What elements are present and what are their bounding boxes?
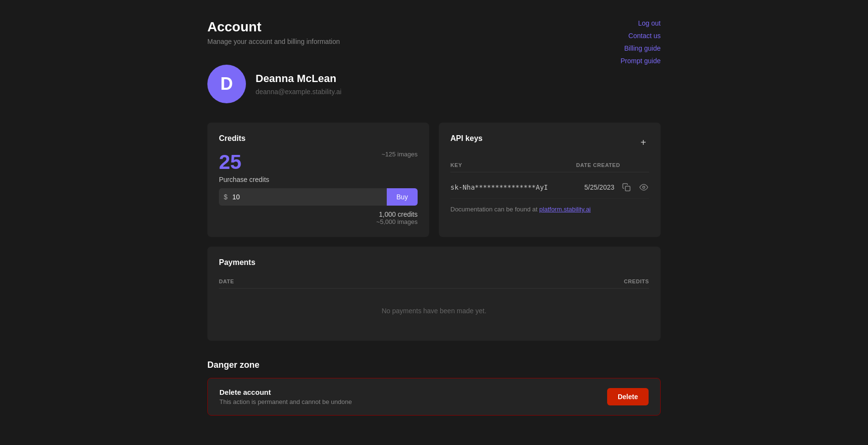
api-column-key: KEY [450,162,576,168]
credits-card-title: Credits [219,134,418,143]
credits-card: Credits 25 ~125 images Purchase credits … [207,123,429,237]
credits-images: ~125 images [381,151,418,158]
copy-key-button[interactable] [621,182,632,193]
danger-zone-title: Danger zone [207,360,661,370]
payments-table-header: DATE CREDITS [219,275,649,289]
billing-link[interactable]: Billing guide [624,44,661,52]
contact-link[interactable]: Contact us [628,32,661,40]
api-table-header: KEY DATE CREATED [450,158,649,172]
purchase-credits-count: 1,000 credits [219,210,418,218]
api-key-right: 5/25/2023 [584,182,649,193]
api-doc-text: Documentation can be found at platform.s… [450,206,649,213]
danger-zone-card: Delete account This action is permanent … [207,378,661,416]
show-key-button[interactable] [638,182,649,193]
avatar: D [207,65,246,103]
api-keys-card: API keys + KEY DATE CREATED sk-Nha******… [439,123,661,237]
credits-amount: 25 [219,151,242,174]
payments-card: Payments DATE CREDITS No payments have b… [207,247,661,341]
profile-name: Deanna McLean [256,72,341,85]
api-key-date: 5/25/2023 [584,183,614,191]
payments-col-credits: CREDITS [624,278,649,284]
delete-account-button[interactable]: Delete [607,388,649,405]
top-links: Log out Contact us Billing guide Prompt … [621,19,661,65]
logout-link[interactable]: Log out [638,19,661,27]
dollar-sign: $ [219,193,232,201]
api-key-row: sk-Nha***************AyI 5/25/2023 [450,176,649,199]
purchase-input[interactable] [232,188,387,206]
page-title: Account [207,19,661,35]
delete-account-subtitle: This action is permanent and cannot be u… [219,398,352,405]
purchase-label: Purchase credits [219,176,418,183]
api-column-date: DATE CREATED [576,162,620,168]
purchase-input-row: $ Buy [219,188,418,206]
api-keys-header: API keys + [450,134,649,151]
payments-col-date: DATE [219,278,624,284]
profile-email: deanna@example.stability.ai [256,88,341,96]
api-key-value: sk-Nha***************AyI [450,183,584,191]
credits-header-row: 25 ~125 images [219,151,418,176]
no-payments-message: No payments have been made yet. [219,292,649,329]
profile-section: D Deanna McLean deanna@example.stability… [207,65,661,103]
danger-zone: Danger zone Delete account This action i… [207,360,661,416]
payments-title: Payments [219,258,649,267]
delete-account-info: Delete account This action is permanent … [219,388,352,405]
prompt-link[interactable]: Prompt guide [621,57,661,65]
api-doc-link[interactable]: platform.stability.ai [539,206,591,213]
svg-point-1 [643,186,645,189]
buy-button[interactable]: Buy [387,188,418,206]
delete-account-title: Delete account [219,388,352,396]
api-keys-title: API keys [450,134,483,143]
svg-rect-0 [625,186,630,191]
purchase-summary: 1,000 credits ~5,000 images [219,210,418,225]
page-subtitle: Manage your account and billing informat… [207,38,661,45]
add-key-button[interactable]: + [637,137,649,148]
cards-row: Credits 25 ~125 images Purchase credits … [207,123,661,237]
purchase-images-count: ~5,000 images [219,218,418,225]
profile-info: Deanna McLean deanna@example.stability.a… [256,72,341,96]
